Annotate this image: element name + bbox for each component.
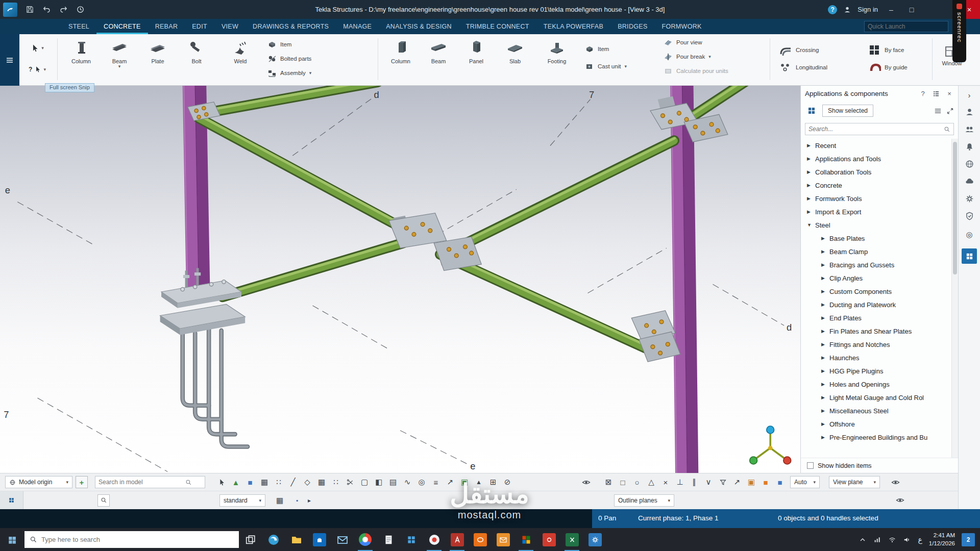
target-icon[interactable]: ◎ — [963, 229, 975, 241]
select-parts-icon[interactable]: ■ — [244, 476, 256, 488]
steel-plate-button[interactable]: Plate — [140, 38, 176, 64]
select-tool-button[interactable]: ▾ — [26, 39, 49, 57]
tray-expand-icon[interactable] — [859, 536, 867, 544]
tree-item-miscellaneous-steel[interactable]: ▶Miscellaneous Steel — [801, 404, 958, 417]
bolt-button[interactable]: Bolt — [179, 38, 214, 64]
caret-right-icon[interactable]: ▸ — [303, 494, 315, 507]
snap-grid-icon[interactable]: ⊞ — [487, 476, 499, 488]
apps-grid-icon[interactable] — [400, 528, 423, 551]
scrollbar-thumb[interactable] — [953, 142, 957, 274]
select-weld-path-icon[interactable]: ∿ — [401, 476, 413, 488]
tree-item-light-metal-gauge[interactable]: ▶Light Metal Gauge and Cold Rol — [801, 391, 958, 404]
select-surfaces-icon[interactable]: ▦ — [258, 476, 271, 488]
filter-icon[interactable] — [717, 476, 729, 488]
start-button[interactable] — [0, 528, 24, 551]
concrete-column-button[interactable]: Column — [383, 38, 419, 64]
tree-item-steel[interactable]: ▼Steel — [801, 218, 958, 232]
snap-intersection-icon[interactable]: × — [659, 476, 672, 488]
snap-parallel-icon[interactable]: ∥ — [688, 476, 700, 488]
profile-icon[interactable] — [965, 107, 974, 117]
cloud-icon[interactable] — [965, 177, 974, 186]
cut-icon[interactable] — [344, 476, 356, 488]
undo-icon[interactable] — [42, 5, 51, 14]
quick-launch[interactable] — [864, 21, 948, 32]
redo-icon[interactable] — [59, 5, 68, 14]
select-single-icon[interactable]: ▲ — [473, 476, 485, 488]
tree-item-collaboration-tools[interactable]: ▶Collaboration Tools — [801, 165, 958, 179]
model-search-input[interactable] — [99, 479, 185, 486]
tab-drawings-reports[interactable]: DRAWINGS & REPORTS — [246, 19, 336, 34]
outline-planes-dropdown[interactable]: Outline planes ▾ — [614, 494, 674, 507]
language-indicator[interactable]: ع — [918, 536, 922, 544]
contacts-icon[interactable] — [965, 124, 974, 134]
action-center-button[interactable]: 2 — [962, 533, 975, 546]
weld-button[interactable]: Weld — [223, 38, 258, 64]
license-shield-icon[interactable] — [965, 211, 974, 221]
connection-column2-lower[interactable] — [631, 311, 680, 362]
tab-trimble-connect[interactable]: TRIMBLE CONNECT — [459, 19, 536, 34]
snap-mode-dropdown[interactable]: Auto ▾ — [790, 476, 820, 488]
pour-break-button[interactable]: Pour break ▾ — [664, 49, 728, 64]
tree-item-formwork-tools[interactable]: ▶Formwork Tools — [801, 192, 958, 205]
tab-tekla-powerfab[interactable]: TEKLA POWERFAB — [536, 19, 610, 34]
tree-item-recent[interactable]: ▶Recent — [801, 139, 958, 152]
select-cells-icon[interactable]: ▣ — [458, 476, 471, 488]
tree-item-custom-components[interactable]: ▶Custom Components — [801, 285, 958, 298]
red-app-icon[interactable] — [537, 528, 560, 551]
orange-ring-app-icon[interactable] — [469, 528, 492, 551]
file-explorer-icon[interactable] — [285, 528, 308, 551]
tree-item-fin-shear-plates[interactable]: ▶Fin Plates and Shear Plates — [801, 324, 958, 338]
tab-manage[interactable]: MANAGE — [336, 19, 379, 34]
screenrec-widget[interactable]: screenrec — [952, 0, 966, 62]
rebar-crossing-button[interactable]: Crossing — [778, 41, 827, 59]
panel-close-icon[interactable]: × — [945, 90, 954, 97]
tab-steel[interactable]: STEEL — [61, 19, 96, 34]
snap-extension-icon[interactable]: ∨ — [702, 476, 715, 488]
visibility-icon[interactable] — [580, 476, 592, 488]
sign-in-link[interactable]: Sign in — [857, 6, 878, 13]
tab-formwork[interactable]: FORMWORK — [655, 19, 709, 34]
select-grids-icon[interactable]: ▦ — [315, 476, 328, 488]
tree-item-concrete[interactable]: ▶Concrete — [801, 179, 958, 192]
volume-icon[interactable] — [903, 536, 911, 544]
visibility-icon[interactable] — [894, 494, 906, 507]
select-bolts-icon[interactable]: ◎ — [415, 476, 428, 488]
zoom-select-icon[interactable] — [97, 494, 110, 507]
concrete-beam-button[interactable]: Beam — [421, 38, 456, 64]
tree-item-import-export[interactable]: ▶Import & Export — [801, 205, 958, 218]
tree-item-fittings-notches[interactable]: ▶Fittings and Notches — [801, 338, 958, 351]
steel-item-button[interactable]: Item — [267, 37, 311, 52]
panel-scrollbar[interactable] — [951, 139, 958, 458]
gusset-connection[interactable] — [389, 213, 481, 271]
taskbar-clock[interactable]: 2:41 AM 1/12/2026 — [929, 532, 955, 547]
tree-item-clip-angles[interactable]: ▶Clip Angles — [801, 271, 958, 285]
panel-menu-icon[interactable] — [934, 107, 942, 115]
rebar-longitudinal-button[interactable]: Longitudinal — [778, 59, 827, 76]
taskbar-search-input[interactable] — [41, 536, 234, 543]
panel-search-box[interactable] — [805, 123, 954, 135]
panel-view-icon[interactable] — [932, 90, 941, 97]
web-icon[interactable] — [965, 159, 974, 169]
edge-icon[interactable] — [262, 528, 285, 551]
quick-launch-input[interactable] — [868, 23, 947, 30]
autocad-icon[interactable] — [446, 528, 469, 551]
tree-item-hgg-pipe-plugins[interactable]: ▶HGG Pipe Plugins — [801, 364, 958, 378]
snap-circle-icon[interactable]: ○ — [631, 476, 643, 488]
snap-plane-orange-icon[interactable]: ■ — [760, 476, 772, 488]
settings-icon[interactable] — [965, 194, 974, 204]
chrome-icon[interactable] — [354, 528, 377, 551]
concrete-panel-button[interactable]: Panel — [458, 38, 494, 64]
select-loads-icon[interactable]: ↗ — [444, 476, 456, 488]
model-viewport[interactable]: d 7 e d 7 e — [0, 86, 800, 473]
add-point-button[interactable]: + — [76, 476, 88, 488]
collapse-pane-icon[interactable]: › — [968, 91, 971, 99]
show-hidden-checkbox[interactable] — [807, 462, 814, 469]
mail-icon[interactable] — [331, 528, 354, 551]
select-views-icon[interactable]: ▢ — [358, 476, 371, 488]
applications-components-toggle[interactable] — [962, 248, 977, 264]
assembly-button[interactable]: Assembly ▾ — [267, 66, 311, 80]
visibility-icon[interactable] — [889, 476, 901, 488]
tree-item-beam-clamp[interactable]: ▶Beam Clamp — [801, 245, 958, 258]
save-icon[interactable] — [26, 5, 34, 14]
tree-item-haunches[interactable]: ▶Haunches — [801, 351, 958, 364]
